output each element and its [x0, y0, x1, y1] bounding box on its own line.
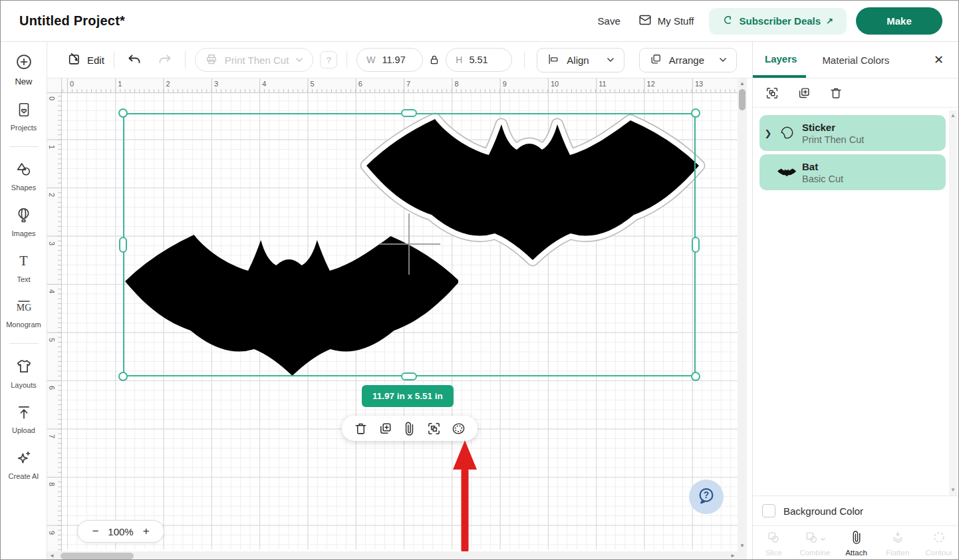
contour-button[interactable]: Contour — [918, 526, 959, 560]
sidebar-item-create-ai[interactable]: Create AI — [1, 449, 47, 480]
arrange-dropdown[interactable]: Arrange — [639, 48, 737, 72]
envelope-icon — [638, 13, 652, 29]
monogram-icon: MG — [14, 298, 34, 318]
layers-scrollbar[interactable]: ▲ ▼ — [949, 110, 957, 495]
combine-button[interactable]: Combine — [794, 526, 835, 560]
zoom-out-button[interactable]: − — [92, 525, 98, 538]
delete-button[interactable] — [353, 421, 368, 436]
chevron-down-icon — [295, 55, 303, 66]
operation-help-button[interactable]: ? — [320, 51, 337, 69]
attach-button[interactable]: Attach — [835, 526, 877, 560]
background-color-checkbox[interactable] — [762, 504, 775, 517]
sidebar-item-projects[interactable]: Projects — [1, 101, 47, 132]
width-input[interactable]: W 11.97 — [356, 48, 423, 72]
scrollbar-thumb[interactable] — [739, 89, 746, 110]
sidebar-item-text[interactable]: T Text — [1, 252, 47, 283]
ruler-number: 2 — [166, 80, 170, 88]
sidebar-item-new[interactable]: New — [1, 53, 47, 86]
upload-icon — [15, 404, 33, 424]
ruler-number: 4 — [48, 289, 56, 293]
crosshair-icon — [408, 213, 410, 275]
left-sidebar: New Projects Shapes Images T Text MG Mon… — [1, 42, 47, 560]
delete-icon[interactable] — [829, 86, 843, 100]
sidebar-item-layouts[interactable]: Layouts — [1, 357, 47, 389]
svg-text:T: T — [19, 253, 28, 268]
attach-icon — [849, 530, 864, 547]
layouts-icon — [15, 357, 33, 378]
sidebar-item-monogram[interactable]: MG Monogram — [1, 298, 47, 329]
undo-button[interactable] — [124, 49, 145, 70]
select-all-icon[interactable] — [765, 86, 779, 100]
ruler-number: 1 — [48, 144, 56, 148]
select-all-button[interactable] — [426, 421, 442, 436]
tab-material-colors[interactable]: Material Colors — [815, 42, 896, 78]
canvas-horizontal-scrollbar[interactable]: ◄ ► — [47, 551, 738, 560]
flatten-icon — [890, 530, 905, 547]
attach-button[interactable] — [402, 421, 417, 436]
design-canvas[interactable]: 012345678910111213 0123456789 11.97 in x… — [47, 78, 747, 560]
arrange-icon — [649, 53, 662, 68]
layers-list: ❯ Sticker Print Then Cut Bat Basic Cut — [753, 108, 959, 495]
projects-icon — [15, 101, 33, 121]
align-icon — [547, 53, 560, 68]
subscriber-deals-button[interactable]: Subscriber Deals ↗ — [709, 8, 847, 35]
ruler-number: 5 — [48, 337, 56, 341]
selection-handle-left-middle[interactable] — [119, 237, 127, 253]
my-stuff-button[interactable]: My Stuff — [638, 13, 694, 29]
layer-row-sticker[interactable]: ❯ Sticker Print Then Cut — [759, 115, 946, 151]
ruler-number: 3 — [214, 80, 218, 88]
ruler-corner — [47, 78, 62, 93]
text-icon: T — [15, 252, 33, 273]
sidebar-item-images[interactable]: Images — [1, 206, 47, 237]
external-link-icon: ↗ — [826, 16, 833, 26]
chevron-down-icon — [607, 55, 615, 66]
help-button[interactable]: ? — [689, 480, 724, 514]
ruler-number: 7 — [406, 80, 410, 88]
align-dropdown[interactable]: Align — [537, 48, 624, 72]
layers-toolbar — [753, 78, 959, 108]
project-title: Untitled Project* — [19, 13, 125, 29]
help-bubble-icon: ? — [696, 486, 716, 508]
selection-handle-bottom-middle[interactable] — [401, 372, 417, 380]
canvas-vertical-scrollbar[interactable]: ▲ ▼ — [738, 78, 747, 560]
contour-icon — [932, 530, 946, 547]
create-ai-icon — [15, 449, 33, 470]
images-icon — [15, 206, 33, 227]
make-button[interactable]: Make — [856, 7, 942, 35]
edit-pen-icon — [67, 52, 82, 69]
height-input[interactable]: H 5.51 — [446, 48, 512, 72]
operation-type-dropdown[interactable]: Print Then Cut — [195, 48, 313, 72]
selection-handle-top-left[interactable] — [118, 108, 128, 118]
selection-handle-top-right[interactable] — [691, 108, 700, 118]
selection-handle-bottom-left[interactable] — [118, 372, 128, 381]
slice-button[interactable]: Slice — [753, 526, 794, 560]
scrollbar-thumb[interactable] — [61, 553, 134, 559]
sidebar-item-upload[interactable]: Upload — [1, 404, 47, 434]
chevron-down-icon — [820, 533, 826, 545]
close-panel-icon[interactable]: ✕ — [930, 52, 948, 68]
ruler-horizontal: 012345678910111213 — [62, 78, 738, 93]
background-color-label: Background Color — [783, 505, 863, 517]
svg-text:MG: MG — [16, 303, 31, 313]
chevron-down-icon — [719, 55, 727, 66]
zoom-in-button[interactable]: + — [143, 525, 150, 538]
edit-toolbar: Edit Print Then Cut ? W 11.97 H 5.51 Ali — [47, 42, 752, 78]
redo-button[interactable] — [154, 49, 176, 70]
sidebar-item-shapes[interactable]: Shapes — [1, 160, 47, 192]
save-button[interactable]: Save — [598, 15, 620, 27]
panel-tabs: Layers Material Colors ✕ — [753, 42, 959, 78]
flatten-button[interactable]: Flatten — [877, 526, 918, 560]
selection-handle-top-middle[interactable] — [401, 109, 417, 117]
annotation-arrow — [445, 438, 485, 557]
edit-button[interactable]: Edit — [67, 52, 104, 69]
lock-aspect-icon[interactable] — [428, 53, 440, 67]
duplicate-icon[interactable] — [797, 86, 811, 100]
expand-chevron-icon[interactable]: ❯ — [759, 128, 777, 138]
selection-handle-right-middle[interactable] — [692, 237, 700, 253]
layer-row-bat[interactable]: Bat Basic Cut — [759, 154, 946, 190]
ruler-number: 8 — [48, 482, 56, 486]
duplicate-button[interactable] — [378, 421, 393, 436]
tab-layers[interactable]: Layers — [753, 42, 806, 78]
offset-sticker-button[interactable] — [451, 421, 466, 436]
selection-handle-bottom-right[interactable] — [691, 372, 700, 381]
